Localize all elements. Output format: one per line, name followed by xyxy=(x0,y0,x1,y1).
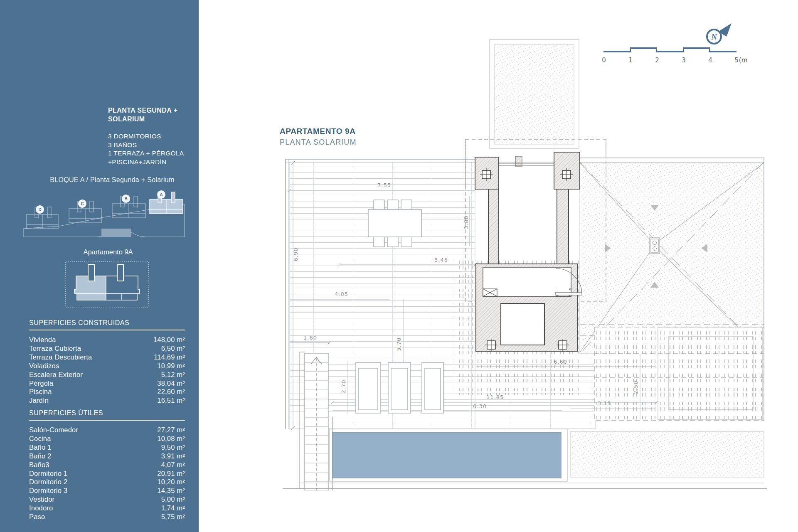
row-value: 5,00 m² xyxy=(161,495,185,504)
row-value: 38,04 m² xyxy=(157,379,185,388)
row-value: 14,35 m² xyxy=(157,486,185,495)
badge-a: A xyxy=(157,190,165,199)
table-row: Dormitorio 3 14,35 m² xyxy=(29,486,185,495)
feature-item: 1 TERRAZA + PÉRGOLA xyxy=(108,149,197,158)
row-value: 27,27 m² xyxy=(157,426,185,434)
row-label: Dormitorio 1 xyxy=(29,469,67,478)
badge-d: D xyxy=(36,205,44,214)
table-row: Baño 1 9,50 m² xyxy=(29,443,185,452)
sun-loungers xyxy=(356,362,443,413)
row-value: 6,50 m² xyxy=(161,344,185,353)
row-value: 5,75 m² xyxy=(161,512,185,521)
roof-drain xyxy=(650,238,660,254)
svg-text:A: A xyxy=(160,192,163,197)
exterior-stairs xyxy=(305,353,332,490)
row-value: 148,00 m² xyxy=(153,335,185,344)
table-row: Jardín 16,51 m² xyxy=(29,396,185,405)
row-value: 20,91 m² xyxy=(157,469,185,478)
svg-text:4.05: 4.05 xyxy=(335,291,348,297)
row-label: Dormitorio 2 xyxy=(29,478,67,486)
table-row: Baño 2 3,91 m² xyxy=(29,452,185,461)
pool xyxy=(332,432,561,478)
table-row: Terraza Descubierta 114,69 m² xyxy=(29,353,185,362)
row-value: 10,20 m² xyxy=(157,478,185,486)
floor-plan: 7.55 3.80 6.90 3.45 4.05 1.80 5.70 2.70 … xyxy=(274,33,769,492)
table-row: Vestidor 5,00 m² xyxy=(29,495,185,504)
row-label: Piscina xyxy=(29,387,52,396)
table-row: Pérgola 38,04 m² xyxy=(29,379,185,388)
row-value: 1,74 m² xyxy=(161,504,185,512)
feature-item: 3 DORMITORIOS xyxy=(108,132,197,141)
elevator-shaft xyxy=(501,303,544,345)
table-row: Salón-Comedor 27,27 m² xyxy=(29,426,185,434)
sidebar: PLANTA SEGUNDA + SOLARIUM 3 DORMITORIOS3… xyxy=(0,0,199,532)
row-value: 5,12 m² xyxy=(161,370,185,379)
table-row: Dormitorio 1 20,91 m² xyxy=(29,469,185,478)
row-value: 10,99 m² xyxy=(157,362,185,370)
svg-text:6.30: 6.30 xyxy=(473,403,487,409)
row-label: Pérgola xyxy=(29,379,53,388)
row-label: Cocina xyxy=(29,434,51,443)
row-value: 16,51 m² xyxy=(157,396,185,405)
gravel-roof xyxy=(580,162,764,353)
row-label: Inodoro xyxy=(29,504,53,512)
table-row: Piscina 22,60 m² xyxy=(29,387,185,396)
useful-table: Salón-Comedor 27,27 m² Cocina 10,08 m² B… xyxy=(29,426,185,521)
pool-garden xyxy=(283,429,767,489)
table-row: Vivienda 148,00 m² xyxy=(29,335,185,344)
stair-core xyxy=(475,152,582,351)
svg-text:B: B xyxy=(124,197,127,201)
site-building-a xyxy=(150,192,183,214)
svg-text:6.90: 6.90 xyxy=(293,248,299,261)
row-value: 9,50 m² xyxy=(161,443,185,452)
svg-text:2.70: 2.70 xyxy=(340,380,347,394)
planter-box xyxy=(490,39,579,148)
row-label: Dormitorio 3 xyxy=(29,486,67,495)
badge-b: B xyxy=(122,195,130,203)
row-value: 114,69 m² xyxy=(154,353,185,362)
row-value: 3,91 m² xyxy=(161,452,185,461)
feature-item: 3 BAÑOS xyxy=(108,141,197,150)
site-map: D C B A xyxy=(20,187,188,247)
table-row: Cocina 10,08 m² xyxy=(29,434,185,443)
feature-item: +PISCINA+JARDÍN xyxy=(108,158,197,167)
constructed-title: SUPERFICIES CONSTRUIDAS xyxy=(29,319,185,330)
svg-text:1.80: 1.80 xyxy=(303,335,317,341)
table-row: Escalera Exterior 5,12 m² xyxy=(29,370,185,379)
row-label: Paso xyxy=(29,512,45,521)
garden xyxy=(571,431,764,477)
svg-text:5.70: 5.70 xyxy=(396,337,402,351)
svg-text:3.45: 3.45 xyxy=(434,257,448,263)
row-label: Terraza Cubierta xyxy=(29,344,81,353)
row-label: Voladizos xyxy=(29,362,59,370)
site-pool xyxy=(101,229,131,237)
row-label: Terraza Descubierta xyxy=(29,353,92,362)
svg-text:6.60: 6.60 xyxy=(554,359,567,365)
row-label: Jardín xyxy=(29,396,49,405)
row-label: Salón-Comedor xyxy=(29,426,78,434)
badge-c: C xyxy=(78,200,86,208)
svg-text:3.15: 3.15 xyxy=(598,400,611,406)
constructed-table: Vivienda 148,00 m² Terraza Cubierta 6,50… xyxy=(29,335,185,405)
table-row: Voladizos 10,99 m² xyxy=(29,362,185,370)
table-row: Paso 5,75 m² xyxy=(29,512,185,521)
row-value: 4,07 m² xyxy=(161,461,185,469)
sidebar-title: PLANTA SEGUNDA + SOLARIUM xyxy=(108,106,195,123)
svg-text:11.85: 11.85 xyxy=(486,394,504,400)
useful-title: SUPERFICIES ÚTILES xyxy=(29,409,185,421)
row-label: Vestidor xyxy=(29,495,54,504)
table-row: Terraza Cubierta 6,50 m² xyxy=(29,344,185,353)
row-label: Baño 1 xyxy=(29,443,52,452)
row-label: Baño 2 xyxy=(29,452,52,461)
block-label: BLOQUE A / Planta Segunda + Solarium xyxy=(25,176,200,184)
table-row: Baño3 4,07 m² xyxy=(29,461,185,469)
sidebar-feature-list: 3 DORMITORIOS3 BAÑOS1 TERRAZA + PÉRGOLA+… xyxy=(108,132,197,166)
row-value: 10,08 m² xyxy=(157,434,185,443)
svg-text:7.55: 7.55 xyxy=(377,182,391,188)
svg-text:3.80: 3.80 xyxy=(463,216,469,229)
useful-surfaces: SUPERFICIES ÚTILES Salón-Comedor 27,27 m… xyxy=(29,409,185,521)
constructed-surfaces: SUPERFICIES CONSTRUIDAS Vivienda 148,00 … xyxy=(29,319,185,405)
apartment-label: Apartamento 9A xyxy=(21,248,195,256)
row-label: Baño3 xyxy=(29,461,49,469)
row-label: Escalera Exterior xyxy=(29,370,83,379)
